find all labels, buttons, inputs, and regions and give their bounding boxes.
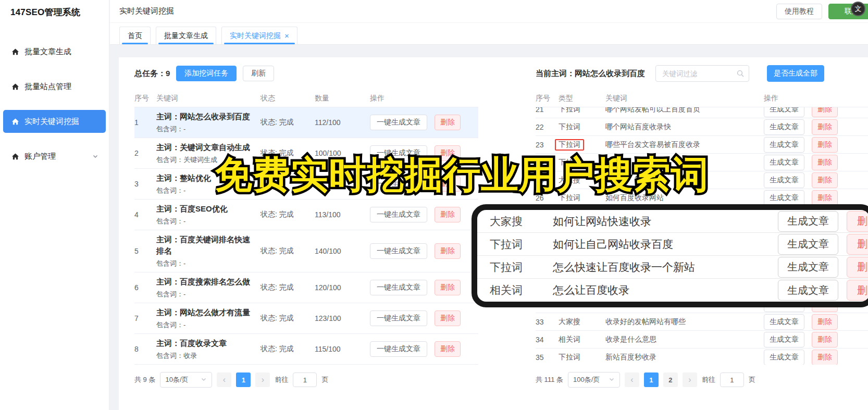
task-toolbar: 总任务：9 添加挖词任务 刷新 — [134, 66, 478, 81]
generate-article-button[interactable]: 一键生成文章 — [370, 341, 427, 357]
delete-button[interactable]: 删除 — [435, 207, 461, 222]
sidebar-item-batch-site[interactable]: 批量站点管理 — [3, 75, 106, 98]
task-include-words: 包含词：收录 — [156, 351, 253, 361]
delete-button[interactable]: 删除 — [435, 310, 461, 326]
page-size-select[interactable]: 10条/页 — [160, 372, 212, 388]
keyword-type: 下拉词 — [559, 139, 605, 151]
generate-article-button[interactable]: 生成文章 — [764, 190, 804, 206]
delete-button[interactable]: 删除 — [812, 332, 838, 347]
delete-button[interactable]: 删除 — [847, 280, 868, 301]
goto-page-input[interactable] — [293, 372, 317, 387]
close-icon[interactable]: × — [284, 32, 289, 40]
generate-article-button[interactable]: 一键生成文章 — [370, 115, 427, 130]
goto-label: 前往 — [702, 375, 715, 384]
generate-article-button[interactable]: 生成文章 — [778, 280, 838, 301]
goto-page-input[interactable] — [720, 372, 744, 387]
delete-button[interactable]: 删除 — [812, 172, 838, 188]
delete-button[interactable]: 删除 — [812, 119, 838, 135]
prev-page-button[interactable]: ‹ — [625, 372, 639, 387]
delete-button[interactable]: 删除 — [812, 107, 838, 117]
keyword-filter-input[interactable] — [655, 65, 749, 82]
task-keyword-cell: 主词：百度关键词排名快速排名包含词：- — [156, 234, 261, 268]
task-qty: 113/100 — [315, 210, 370, 219]
tab-1[interactable]: 首页 — [119, 27, 151, 44]
task-row: 6主词：百度搜索排名怎么做包含词：-状态: 完成120/100一键生成文章删除 — [134, 272, 478, 303]
sidebar-item-batch-article[interactable]: 批量文章生成 — [3, 40, 106, 63]
generate-article-button[interactable]: 生成文章 — [778, 257, 838, 278]
current-main-word-value: 网站怎么收录到百度 — [575, 69, 645, 78]
task-qty: 112/100 — [315, 118, 370, 127]
generate-article-button[interactable]: 生成文章 — [764, 350, 804, 365]
task-num: 3 — [134, 180, 156, 188]
col-header-num: 序号 — [134, 94, 156, 103]
task-status: 状态: 完成 — [261, 246, 315, 256]
sidebar-item-account[interactable]: 账户管理 — [3, 145, 106, 168]
delete-button[interactable]: 删除 — [435, 341, 461, 357]
task-keyword-cell: 主词：百度收录文章包含词：收录 — [156, 338, 261, 361]
tab-3[interactable]: 实时关键词挖掘× — [221, 27, 297, 44]
translate-icon[interactable]: 文 — [851, 2, 865, 16]
task-pagination: 共 9 条 10条/页 ‹ 1 › 前往 页 — [134, 372, 478, 388]
generate-article-button[interactable]: 生成文章 — [764, 172, 804, 188]
generate-article-button[interactable]: 生成文章 — [764, 137, 804, 153]
sidebar-item-realtime-keyword[interactable]: 实时关键词挖掘 — [3, 110, 106, 133]
app-logo: 147SEO管理系统 — [0, 0, 109, 18]
keyword-toolbar: 当前主词：网站怎么收录到百度 是否生成全部 — [536, 66, 868, 81]
page-number-button[interactable]: 2 — [663, 372, 678, 387]
delete-button[interactable]: 删除 — [847, 234, 868, 255]
task-qty: 140/100 — [315, 247, 370, 255]
keyword-text: 如何让自己网站收录百度 — [553, 237, 778, 252]
delete-button[interactable]: 删除 — [812, 137, 838, 153]
prev-page-button[interactable]: ‹ — [217, 372, 231, 387]
delete-button[interactable]: 删除 — [435, 115, 461, 130]
generate-article-button[interactable]: 生成文章 — [764, 119, 804, 135]
next-page-button[interactable]: › — [255, 372, 270, 387]
generate-article-button[interactable]: 生成文章 — [764, 314, 804, 330]
sidebar-menu: 批量文章生成批量站点管理实时关键词挖掘账户管理 — [0, 40, 109, 168]
current-main-word: 当前主词：网站怎么收录到百度 — [536, 69, 645, 79]
add-task-button[interactable]: 添加挖词任务 — [176, 66, 237, 81]
generate-article-button[interactable]: 一键生成文章 — [370, 280, 427, 295]
page-number-button[interactable]: 1 — [236, 372, 251, 387]
delete-button[interactable]: 删除 — [812, 155, 838, 170]
keyword-num: 22 — [536, 123, 559, 131]
next-page-button[interactable]: › — [683, 372, 697, 387]
task-keyword-cell: 主词：百度搜索排名怎么做包含词：- — [156, 276, 261, 299]
task-include-words: 包含词：- — [156, 259, 253, 268]
task-row: 8主词：百度收录文章包含词：收录状态: 完成115/100一键生成文章删除 — [134, 334, 478, 365]
tab-2[interactable]: 批量文章生成 — [156, 27, 216, 44]
keyword-filter — [655, 65, 749, 82]
generate-all-button[interactable]: 是否生成全部 — [767, 65, 824, 82]
generate-article-button[interactable]: 生成文章 — [764, 107, 804, 117]
col-header-status: 状态 — [261, 94, 315, 103]
page-number-button[interactable]: 1 — [644, 372, 659, 387]
generate-article-button[interactable]: 一键生成文章 — [370, 243, 427, 259]
delete-button[interactable]: 删除 — [435, 243, 461, 259]
keyword-row: 35下拉词新站百度秒收录生成文章删除 — [536, 349, 868, 365]
delete-button[interactable]: 删除 — [812, 314, 838, 330]
generate-article-button[interactable]: 生成文章 — [778, 211, 838, 232]
generate-article-button[interactable]: 一键生成文章 — [370, 310, 427, 326]
delete-button[interactable]: 删除 — [847, 211, 868, 232]
delete-button[interactable]: 删除 — [812, 350, 838, 365]
refresh-button[interactable]: 刷新 — [243, 66, 274, 81]
keyword-pagination: 共 111 条 100条/页 ‹ 1 2 › 前往 页 — [536, 372, 868, 388]
keyword-actions: 生成文章删除 — [764, 172, 868, 188]
inset-row: 下拉词怎么快速让百度收录一个新站生成文章删除 — [477, 256, 868, 279]
page-size-select[interactable]: 100条/页 — [568, 372, 620, 388]
generate-article-button[interactable]: 生成文章 — [764, 155, 804, 170]
pagination-total: 共 9 条 — [134, 375, 155, 384]
keyword-actions: 生成文章删除 — [764, 119, 868, 135]
generate-article-button[interactable]: 一键生成文章 — [370, 207, 427, 222]
keyword-type: 相关词 — [559, 335, 605, 344]
keyword-actions: 生成文章删除 — [764, 190, 868, 206]
delete-button[interactable]: 删除 — [847, 257, 868, 278]
generate-article-button[interactable]: 生成文章 — [778, 234, 838, 255]
delete-button[interactable]: 删除 — [812, 190, 838, 206]
sidebar: 147SEO管理系统 批量文章生成批量站点管理实时关键词挖掘账户管理 — [0, 0, 109, 410]
keyword-row: 34相关词收录是什么意思生成文章删除 — [536, 331, 868, 349]
generate-article-button[interactable]: 生成文章 — [764, 332, 804, 347]
task-actions: 一键生成文章删除 — [370, 115, 478, 130]
delete-button[interactable]: 删除 — [435, 280, 461, 295]
tutorial-button[interactable]: 使用教程 — [776, 4, 822, 19]
